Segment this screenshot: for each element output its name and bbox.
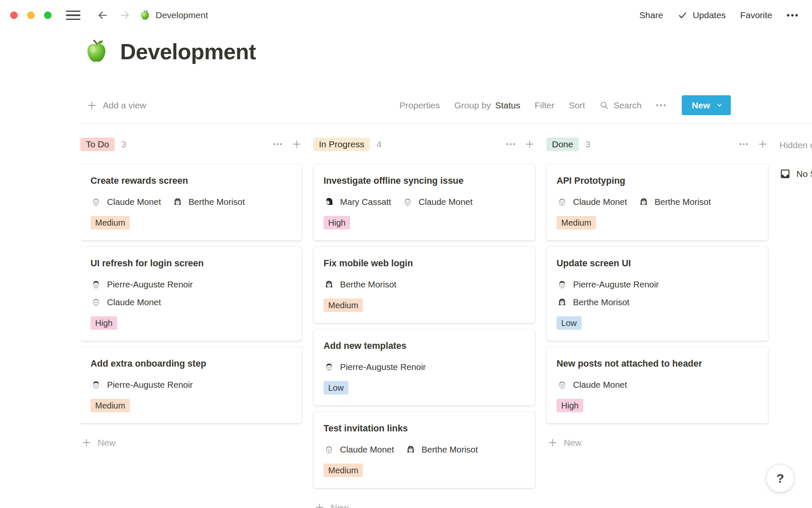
kanban-card[interactable]: New posts not attached to headerClaude M… — [546, 347, 768, 423]
green-apple-icon[interactable] — [84, 39, 109, 64]
board: To Do3Create rewards screenClaude MonetB… — [80, 137, 812, 508]
card-title: API Prototyping — [557, 174, 758, 187]
priority-badge: High — [557, 399, 583, 412]
kanban-card[interactable]: Investigate offline syncing issueMary Ca… — [313, 164, 535, 240]
kanban-card[interactable]: Create rewards screenClaude MonetBerthe … — [80, 164, 302, 240]
minimize-window-button[interactable] — [27, 11, 35, 19]
more-options-icon[interactable]: ••• — [787, 11, 799, 20]
card-title: Create rewards screen — [91, 174, 292, 187]
back-arrow-icon[interactable] — [96, 10, 109, 21]
sort-button[interactable]: Sort — [569, 100, 585, 110]
kanban-card[interactable]: Add extra onboarding stepPierre-Auguste … — [80, 347, 302, 423]
new-card-button[interactable]: New — [313, 502, 535, 508]
priority-badge: Low — [557, 316, 582, 330]
renoir-avatar — [91, 379, 102, 390]
zoom-window-button[interactable] — [44, 11, 52, 19]
morisot-avatar — [638, 196, 649, 207]
renoir-avatar — [557, 279, 568, 290]
column-add-icon[interactable] — [291, 139, 302, 149]
chevron-down-icon[interactable] — [716, 102, 723, 109]
card-assignees: Pierre-Auguste RenoirClaude Monet — [91, 278, 292, 309]
assignee: Claude Monet — [91, 196, 161, 208]
close-window-button[interactable] — [10, 11, 18, 19]
assignee: Berthe Morisot — [324, 278, 396, 291]
card-assignees: Claude MonetBerthe Morisot — [91, 196, 292, 208]
assignee: Claude Monet — [557, 196, 627, 208]
card-assignees: Claude MonetBerthe Morisot — [324, 443, 525, 456]
assignee: Pierre-Auguste Renoir — [91, 278, 292, 291]
board-column: To Do3Create rewards screenClaude MonetB… — [80, 137, 302, 508]
monet-avatar — [557, 379, 568, 390]
toolbar-divider — [80, 123, 812, 124]
column-status-badge[interactable]: In Progress — [313, 138, 370, 151]
assignee: Claude Monet — [402, 196, 473, 208]
kanban-card[interactable]: Update screen UIPierre-Auguste RenoirBer… — [546, 247, 768, 341]
monet-avatar — [91, 297, 102, 308]
column-count: 3 — [121, 139, 126, 149]
updates-button[interactable]: Updates — [678, 10, 726, 20]
card-title: Investigate offline syncing issue — [324, 174, 525, 187]
monet-avatar — [91, 196, 102, 207]
new-button[interactable]: New — [682, 95, 731, 115]
column-status-badge[interactable]: To Do — [80, 138, 115, 151]
column-add-icon[interactable] — [524, 139, 535, 149]
new-card-label: New — [98, 438, 115, 448]
assignee: Berthe Morisot — [172, 196, 245, 208]
card-assignees: Pierre-Auguste RenoirBerthe Morisot — [557, 278, 758, 309]
search-button[interactable]: Search — [599, 100, 642, 110]
new-card-label: New — [564, 438, 582, 448]
assignee-name: Claude Monet — [107, 296, 161, 309]
properties-button[interactable]: Properties — [400, 100, 440, 110]
column-status-badge[interactable]: Done — [546, 138, 579, 151]
assignee-name: Pierre-Auguste Renoir — [573, 278, 659, 291]
hidden-columns-label[interactable]: Hidden columns — [779, 139, 812, 152]
kanban-card[interactable]: Add new templatesPierre-Auguste RenoirLo… — [313, 329, 535, 406]
card-title: UI refresh for login screen — [91, 257, 292, 270]
hidden-column-no-status[interactable]: No Status — [779, 168, 812, 179]
card-title: Add extra onboarding step — [91, 357, 292, 370]
plus-icon — [314, 502, 325, 508]
favorite-button[interactable]: Favorite — [740, 10, 772, 20]
priority-badge: Medium — [557, 216, 596, 229]
plus-icon — [87, 100, 97, 110]
group-by-button[interactable]: Group by Status — [454, 100, 520, 110]
inbox-icon — [779, 168, 791, 179]
morisot-avatar — [557, 297, 568, 308]
window-titlebar: Development Share Updates Favorite ••• — [0, 0, 812, 28]
sidebar-menu-icon[interactable] — [66, 11, 80, 20]
new-card-button[interactable]: New — [80, 437, 302, 448]
kanban-card[interactable]: API PrototypingClaude MonetBerthe Moriso… — [546, 164, 768, 240]
assignee: Pierre-Auguste Renoir — [557, 278, 758, 291]
assignee-name: Mary Cassatt — [340, 196, 391, 208]
view-more-icon[interactable]: ••• — [656, 101, 667, 110]
plus-icon — [81, 437, 92, 448]
view-toolbar: Add a view Properties Group by Status Fi… — [0, 95, 812, 115]
assignee-name: Claude Monet — [419, 196, 473, 208]
share-button[interactable]: Share — [639, 10, 663, 20]
card-assignees: Claude MonetBerthe Morisot — [557, 196, 758, 208]
filter-button[interactable]: Filter — [535, 100, 554, 110]
card-title: Test invitation links — [324, 422, 525, 435]
new-card-button[interactable]: New — [546, 437, 768, 448]
assignee-name: Berthe Morisot — [340, 278, 396, 291]
column-more-icon[interactable] — [272, 139, 283, 149]
question-mark-icon: ? — [776, 471, 784, 486]
kanban-card[interactable]: Fix mobile web loginBerthe MorisotMedium — [313, 247, 535, 323]
column-header: Done3 — [546, 137, 768, 152]
help-button[interactable]: ? — [766, 464, 794, 492]
check-icon — [678, 10, 688, 20]
add-view-button[interactable]: Add a view — [87, 95, 146, 115]
forward-arrow-icon[interactable] — [118, 10, 131, 21]
column-more-icon[interactable] — [738, 139, 749, 149]
kanban-card[interactable]: UI refresh for login screenPierre-August… — [80, 247, 302, 341]
column-more-icon[interactable] — [505, 139, 516, 149]
new-card-label: New — [331, 502, 348, 508]
titlebar-page-title: Development — [156, 10, 208, 20]
cassatt-avatar — [324, 196, 335, 207]
board-column: Done3API PrototypingClaude MonetBerthe M… — [546, 137, 768, 508]
page-title[interactable]: Development — [120, 39, 256, 64]
assignee: Claude Monet — [324, 443, 394, 456]
kanban-card[interactable]: Test invitation linksClaude MonetBerthe … — [313, 412, 535, 488]
page-header: Development — [84, 39, 256, 64]
column-add-icon[interactable] — [757, 139, 768, 149]
